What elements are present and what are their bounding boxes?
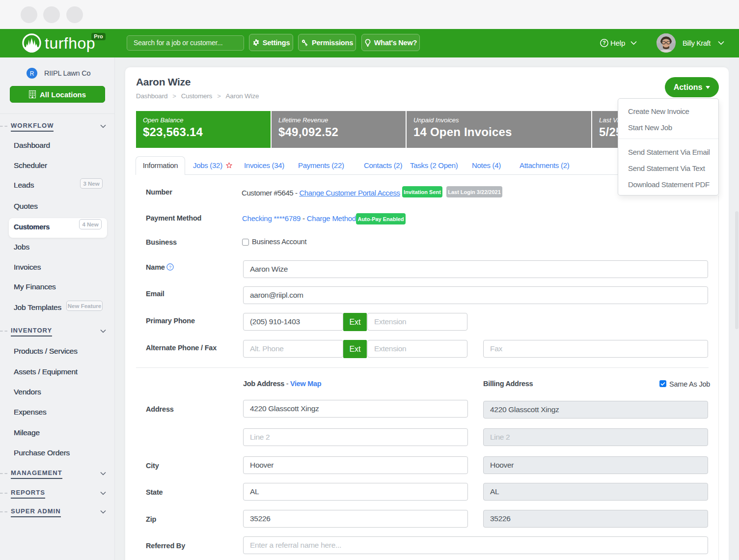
svg-text:R: R bbox=[30, 70, 34, 77]
svg-text:?: ? bbox=[169, 264, 171, 270]
svg-text:?: ? bbox=[602, 40, 605, 46]
